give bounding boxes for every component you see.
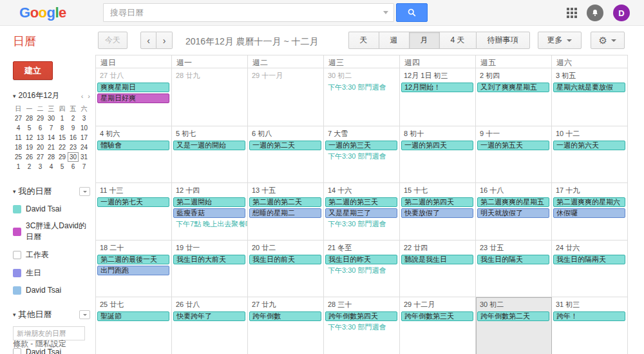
mini-date[interactable]: 27 — [35, 152, 46, 162]
date-label[interactable]: 29 十二月 — [400, 297, 475, 311]
calendar-color-swatch[interactable] — [13, 286, 21, 295]
date-label[interactable]: 2 初四 — [476, 68, 551, 83]
event-chip[interactable]: 一週的第二天 — [249, 141, 321, 150]
timed-event[interactable]: 下午3:30 部門週會 — [324, 322, 399, 332]
mini-date[interactable]: 12 — [24, 133, 35, 143]
mini-date[interactable]: 9 — [68, 123, 79, 133]
avatar[interactable]: D — [613, 5, 630, 21]
mini-date[interactable]: 6 — [68, 162, 79, 172]
event-chip[interactable]: 我生日的前天 — [249, 255, 321, 264]
date-label[interactable]: 21 冬至 — [324, 241, 399, 255]
mini-date[interactable]: 13 — [35, 133, 46, 143]
date-label[interactable]: 6 初八 — [248, 126, 323, 141]
day-cell[interactable]: 9 十一一週的第五天 — [476, 126, 552, 183]
day-cell[interactable]: 25 廿七聖誕節 — [96, 297, 172, 354]
mini-date[interactable]: 8 — [57, 123, 68, 133]
date-label[interactable]: 14 十六 — [324, 183, 399, 197]
day-cell[interactable]: 28 三十跨年倒數第四天下午3:30 部門週會 — [324, 297, 400, 354]
event-chip[interactable]: 一週的第五天 — [477, 141, 549, 150]
mini-date[interactable]: 5 — [57, 162, 68, 172]
calendar-color-swatch[interactable] — [13, 228, 21, 236]
collapse-arrow-icon[interactable]: ▾ — [13, 93, 16, 99]
mini-date[interactable]: 29 — [35, 113, 46, 123]
day-cell[interactable]: 17 十九第二週爽爽的星期六休假囉 — [552, 183, 628, 241]
date-label[interactable]: 16 十八 — [476, 183, 551, 197]
more-button[interactable]: 更多 — [538, 32, 582, 49]
event-chip[interactable]: 爽爽星期日 — [97, 83, 169, 92]
event-chip[interactable]: 我生日的隔天 — [477, 255, 549, 264]
mini-date[interactable]: 24 — [79, 143, 90, 152]
day-cell[interactable]: 29 十二月跨年倒數第三天 — [400, 297, 476, 354]
date-label[interactable]: 28 三十 — [324, 297, 399, 311]
mini-date[interactable]: 3 — [35, 162, 46, 172]
create-button[interactable]: 建立 — [13, 61, 53, 80]
day-cell[interactable]: 29 十一月 — [248, 68, 324, 126]
mini-date[interactable]: 31 — [79, 152, 90, 162]
event-chip[interactable]: 又到了爽爽星期五 — [477, 83, 549, 92]
mini-date[interactable]: 21 — [46, 143, 57, 152]
event-chip[interactable]: 跨年倒數 — [249, 311, 321, 321]
day-cell[interactable]: 7 大雪一週的第三天下午3:30 部門週會 — [324, 126, 400, 183]
date-label[interactable]: 26 廿八 — [172, 297, 247, 311]
event-chip[interactable]: 第二週的最後一天 — [97, 255, 169, 264]
event-chip[interactable]: 跨年！ — [553, 311, 625, 321]
date-label[interactable]: 20 廿二 — [248, 241, 323, 255]
date-label[interactable]: 17 十九 — [552, 183, 627, 197]
day-cell[interactable]: 30 初二下午3:30 部門週會 — [324, 68, 400, 126]
mini-date[interactable]: 23 — [68, 143, 79, 152]
timed-event[interactable]: 下午3:30 部門週會 — [324, 266, 399, 275]
day-cell[interactable]: 3 初五星期六就是要放假 — [552, 68, 628, 126]
event-chip[interactable]: 想睡的星期二 — [249, 208, 321, 218]
mini-date[interactable]: 19 — [24, 143, 35, 152]
event-chip[interactable]: 星期六就是要放假 — [553, 83, 625, 92]
mini-prev-icon[interactable]: ‹ — [81, 92, 84, 100]
date-label[interactable]: 10 十二 — [552, 126, 627, 141]
date-label[interactable]: 9 十一 — [476, 126, 551, 141]
event-chip[interactable]: 星期日好爽 — [97, 93, 169, 103]
event-chip[interactable]: 我生日的昨天 — [325, 255, 397, 264]
event-chip[interactable]: 一週的第四天 — [401, 141, 473, 150]
privacy-link[interactable]: 隱私設定 — [35, 339, 66, 348]
event-chip[interactable]: 跨年倒數第四天 — [325, 311, 397, 321]
event-chip[interactable]: 第二週的第二天 — [249, 197, 321, 207]
mini-date[interactable]: 5 — [24, 123, 35, 133]
day-cell[interactable]: 6 初八一週的第二天 — [248, 126, 324, 183]
date-label[interactable]: 19 廿一 — [172, 241, 247, 255]
prev-button[interactable]: ‹ — [140, 32, 156, 49]
timed-event[interactable]: 下午3:30 部門週會 — [324, 219, 399, 229]
search-options-caret-icon[interactable] — [383, 11, 388, 14]
calendar-list-item[interactable]: 生日 — [13, 268, 90, 279]
event-chip[interactable]: 跨年倒數第三天 — [401, 311, 473, 321]
date-label[interactable]: 13 十五 — [248, 183, 323, 197]
date-label[interactable]: 5 初七 — [172, 126, 247, 141]
day-cell[interactable]: 10 十二一週的第六天 — [552, 126, 628, 183]
mini-date[interactable]: 28 — [46, 152, 57, 162]
day-cell[interactable]: 11 十三一週的第七天 — [96, 183, 172, 241]
collapse-arrow-icon[interactable]: ▾ — [13, 188, 16, 195]
mini-date[interactable]: 11 — [13, 133, 24, 143]
view-4days-button[interactable]: 4 天 — [439, 32, 476, 49]
event-chip[interactable]: 藍瘦香菇 — [173, 208, 245, 218]
day-cell[interactable]: 15 十七第二週的第四天快要放假了 — [400, 183, 476, 241]
calendar-list-item[interactable]: 3C胖達人David的日曆 — [13, 221, 90, 242]
mini-date[interactable]: 14 — [46, 133, 57, 143]
mini-date[interactable]: 17 — [79, 133, 90, 143]
event-chip[interactable]: 我生日的大前天 — [173, 255, 245, 264]
date-label[interactable]: 12 十四 — [172, 183, 247, 197]
day-cell[interactable]: 12 十四第二週開始藍瘦香菇下午7點 晚上出去聚餐吧！ — [172, 183, 248, 241]
apps-grid-icon[interactable] — [567, 8, 577, 18]
date-label[interactable]: 29 十一月 — [248, 68, 323, 83]
mini-date[interactable]: 30 — [46, 113, 57, 123]
date-label[interactable]: 30 初二 — [476, 297, 551, 311]
event-chip[interactable]: 快要跨年了 — [173, 311, 245, 321]
event-chip[interactable]: 又是星期三了 — [325, 208, 397, 218]
view-week-button[interactable]: 週 — [379, 32, 409, 49]
date-label[interactable]: 18 二十 — [96, 241, 171, 255]
view-day-button[interactable]: 天 — [348, 32, 379, 49]
mini-date[interactable]: 2 — [68, 113, 79, 123]
view-month-button[interactable]: 月 — [409, 32, 439, 49]
collapse-arrow-icon[interactable]: ▾ — [13, 311, 16, 318]
calendar-list-item[interactable]: 工作表 — [13, 250, 90, 261]
event-chip[interactable]: 聖誕節 — [97, 311, 169, 321]
terms-link[interactable]: 條款 — [13, 339, 28, 348]
